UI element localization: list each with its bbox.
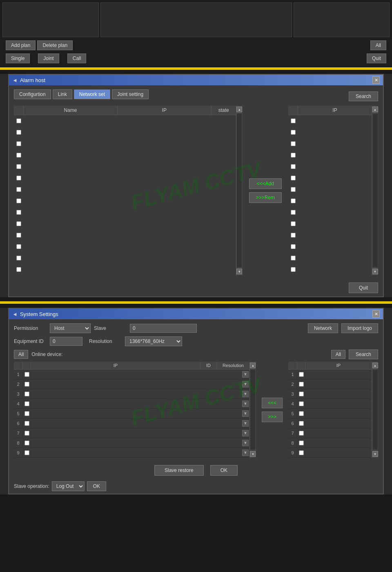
row-checkbox[interactable] xyxy=(291,141,296,146)
row-checkbox[interactable] xyxy=(24,431,29,436)
res-dropdown[interactable]: ▼ xyxy=(242,371,249,378)
row-checkbox[interactable] xyxy=(291,118,296,123)
row-checkbox[interactable] xyxy=(291,244,296,249)
row-checkbox[interactable] xyxy=(299,411,304,416)
row-checkbox[interactable] xyxy=(299,401,304,406)
add-button[interactable]: <<<Add xyxy=(249,178,282,189)
row-checkbox[interactable] xyxy=(16,198,21,203)
add-plan-button[interactable]: Add plan xyxy=(6,40,36,50)
all-btn-right[interactable]: All xyxy=(331,350,345,359)
sys-search-button[interactable]: Search xyxy=(349,349,378,359)
row-checkbox[interactable] xyxy=(24,372,29,377)
alarm-quit-button[interactable]: Quit xyxy=(349,283,378,293)
all-btn-left[interactable]: All xyxy=(14,350,28,359)
row-checkbox[interactable] xyxy=(16,141,21,146)
rem-button[interactable]: >>>Rem xyxy=(249,192,282,203)
row-checkbox[interactable] xyxy=(16,210,21,215)
row-checkbox[interactable] xyxy=(16,118,21,123)
res-dropdown[interactable]: ▼ xyxy=(242,410,249,417)
scroll-down-icon[interactable]: ▼ xyxy=(372,451,378,457)
row-checkbox[interactable] xyxy=(299,441,304,445)
network-button[interactable]: Network xyxy=(308,323,338,333)
row-checkbox[interactable] xyxy=(291,233,296,238)
row-checkbox[interactable] xyxy=(299,392,304,396)
row-checkbox[interactable] xyxy=(291,256,296,260)
call-button[interactable]: Call xyxy=(67,53,87,63)
scroll-down-icon[interactable]: ▼ xyxy=(372,269,378,274)
row-checkbox[interactable] xyxy=(291,210,296,215)
row-checkbox[interactable] xyxy=(299,431,304,436)
row-checkbox[interactable] xyxy=(291,221,296,226)
sys-left-scrollbar[interactable]: ▲ ▼ xyxy=(249,362,256,458)
row-checkbox[interactable] xyxy=(299,450,304,455)
joint-button[interactable]: Joint xyxy=(38,53,59,63)
permission-select[interactable]: Host xyxy=(50,323,91,333)
alarm-host-close-button[interactable]: ✕ xyxy=(372,76,380,84)
res-dropdown[interactable]: ▼ xyxy=(242,381,249,387)
alarm-search-button[interactable]: Search xyxy=(349,91,378,101)
res-dropdown[interactable]: ▼ xyxy=(242,430,249,436)
scroll-down-icon[interactable]: ▼ xyxy=(250,451,256,457)
tab-network-set[interactable]: Network set xyxy=(74,89,110,99)
slave-input[interactable] xyxy=(130,324,197,333)
row-checkbox[interactable] xyxy=(291,176,296,180)
scroll-up-icon[interactable]: ▲ xyxy=(236,107,242,112)
row-checkbox[interactable] xyxy=(16,244,21,249)
row-checkbox[interactable] xyxy=(24,382,29,387)
slave-ok-button[interactable]: OK xyxy=(87,481,106,491)
row-checkbox[interactable] xyxy=(16,130,21,135)
alarm-left-scrollbar[interactable]: ▲ ▼ xyxy=(236,106,243,275)
import-logo-button[interactable]: Import logo xyxy=(341,323,378,333)
row-checkbox[interactable] xyxy=(291,187,296,192)
row-checkbox[interactable] xyxy=(16,256,21,260)
slave-restore-button[interactable]: Slave restore xyxy=(154,465,204,476)
sys-right-scrollbar[interactable]: ▲ ▼ xyxy=(372,362,378,458)
row-checkbox[interactable] xyxy=(16,221,21,226)
equipment-id-input[interactable] xyxy=(50,337,82,346)
table-row xyxy=(288,207,372,218)
slave-operation-select[interactable]: Log Out xyxy=(52,481,85,491)
res-dropdown[interactable]: ▼ xyxy=(242,450,249,456)
row-checkbox[interactable] xyxy=(16,153,21,158)
all-button-top[interactable]: All xyxy=(370,40,386,50)
scroll-up-icon[interactable]: ▲ xyxy=(372,107,378,112)
sys-rem-button[interactable]: >>> xyxy=(262,412,283,422)
single-button[interactable]: Single xyxy=(6,53,30,63)
row-checkbox[interactable] xyxy=(291,267,296,272)
row-checkbox[interactable] xyxy=(24,421,29,426)
row-checkbox[interactable] xyxy=(291,130,296,135)
row-checkbox[interactable] xyxy=(291,153,296,158)
row-checkbox[interactable] xyxy=(16,164,21,169)
row-checkbox[interactable] xyxy=(16,267,21,272)
row-checkbox[interactable] xyxy=(299,382,304,387)
row-checkbox[interactable] xyxy=(291,164,296,169)
row-checkbox[interactable] xyxy=(16,176,21,180)
row-checkbox[interactable] xyxy=(299,421,304,426)
system-settings-close-button[interactable]: ✕ xyxy=(372,310,380,318)
row-checkbox[interactable] xyxy=(24,450,29,455)
delete-plan-button[interactable]: Delete plan xyxy=(37,40,73,50)
resolution-select[interactable]: 1366*768_60Hz xyxy=(125,336,182,346)
row-checkbox[interactable] xyxy=(16,187,21,192)
sys-add-button[interactable]: <<< xyxy=(262,398,283,408)
row-checkbox[interactable] xyxy=(24,411,29,416)
sys-ok-button[interactable]: OK xyxy=(210,465,238,476)
scroll-up-icon[interactable]: ▲ xyxy=(250,363,256,368)
row-checkbox[interactable] xyxy=(24,441,29,445)
scroll-up-icon[interactable]: ▲ xyxy=(372,363,378,368)
tab-joint-setting[interactable]: Joint setting xyxy=(112,89,149,99)
scroll-down-icon[interactable]: ▼ xyxy=(236,269,242,274)
row-checkbox[interactable] xyxy=(16,233,21,238)
quit-button-top[interactable]: Quit xyxy=(367,53,386,63)
res-dropdown[interactable]: ▼ xyxy=(242,420,249,427)
alarm-right-scrollbar[interactable]: ▲ ▼ xyxy=(372,106,378,275)
row-checkbox[interactable] xyxy=(24,392,29,396)
tab-link[interactable]: Link xyxy=(53,89,72,99)
res-dropdown[interactable]: ▼ xyxy=(242,401,249,407)
res-dropdown[interactable]: ▼ xyxy=(242,391,249,397)
row-checkbox[interactable] xyxy=(291,198,296,203)
tab-configurtion[interactable]: Configurtion xyxy=(14,89,51,99)
res-dropdown[interactable]: ▼ xyxy=(242,440,249,446)
row-checkbox[interactable] xyxy=(299,372,304,377)
row-checkbox[interactable] xyxy=(24,401,29,406)
